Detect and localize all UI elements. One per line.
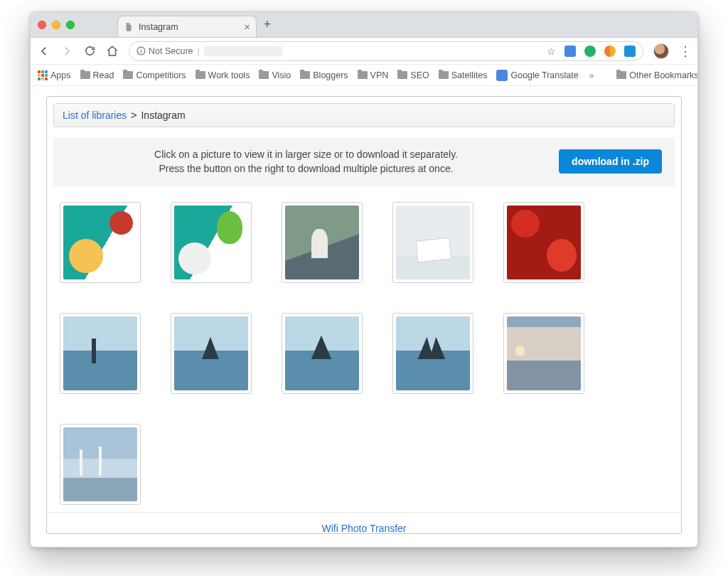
- page-icon: [124, 22, 134, 32]
- extension-icon[interactable]: [624, 46, 636, 57]
- apps-icon: [38, 70, 48, 80]
- thumbnail-image: [63, 427, 137, 501]
- bookmark-label: Bloggers: [313, 70, 348, 80]
- thumbnail-mural-portrait[interactable]: [282, 202, 363, 283]
- thumbnail-image: [507, 206, 581, 279]
- thumbnail-magazine-lap[interactable]: [392, 202, 473, 283]
- bookmark-work-tools[interactable]: Work tools: [196, 70, 250, 80]
- thumbnail-food-flatlay-1[interactable]: [60, 202, 141, 283]
- thumbnail-image: [174, 206, 248, 279]
- instruction-banner: Click on a picture to view it in larger …: [53, 137, 675, 186]
- maximize-window-button[interactable]: [66, 21, 75, 29]
- extension-translate-icon[interactable]: [564, 46, 576, 57]
- address-bar[interactable]: Not Secure | ☆: [129, 41, 643, 61]
- thumbnail-image: [396, 206, 470, 279]
- svg-rect-2: [141, 48, 141, 49]
- browser-window: Instagram × + Not Secure | ☆: [30, 11, 698, 548]
- bookmark-label: Other Bookmarks: [629, 70, 697, 80]
- bookmark-visio[interactable]: Visio: [259, 70, 291, 80]
- bookmark-bloggers[interactable]: Bloggers: [300, 70, 348, 80]
- security-status: Not Secure: [136, 46, 193, 56]
- close-tab-button[interactable]: ×: [244, 21, 250, 33]
- bookmark-seo[interactable]: SEO: [397, 70, 429, 80]
- bookmark-label: Satellites: [451, 70, 488, 80]
- browser-tab[interactable]: Instagram ×: [117, 16, 257, 37]
- instruction-line-2: Press the button on the right to downloa…: [66, 161, 546, 176]
- content-panel: List of libraries > Instagram Click on a…: [46, 96, 682, 534]
- bookmark-google-translate[interactable]: Google Translate: [496, 70, 578, 81]
- folder-icon: [300, 71, 310, 79]
- thumbnail-food-flatlay-2[interactable]: [171, 202, 252, 283]
- thumbnail-red-flowers[interactable]: [503, 202, 584, 283]
- info-icon: [136, 46, 146, 55]
- thumbnail-image: [174, 316, 248, 390]
- folder-icon: [259, 71, 269, 79]
- breadcrumb-separator: >: [131, 110, 136, 121]
- profile-avatar[interactable]: [653, 43, 669, 59]
- extension-similarweb-icon[interactable]: [604, 46, 616, 57]
- folder-icon: [123, 71, 133, 79]
- bookmark-label: Competitiors: [136, 70, 186, 80]
- extension-grammarly-icon[interactable]: [584, 46, 596, 57]
- bookmark-read[interactable]: Read: [80, 70, 114, 80]
- tab-title: Instagram: [139, 22, 239, 32]
- toolbar: Not Secure | ☆ ⋮: [31, 38, 697, 65]
- folder-icon: [439, 71, 449, 79]
- browser-menu-button[interactable]: ⋮: [679, 43, 690, 59]
- translate-icon: [496, 70, 508, 81]
- svg-rect-1: [141, 50, 141, 53]
- tab-strip: Instagram × +: [31, 12, 697, 38]
- bookmarks-bar: Apps Read Competitiors Work tools Visio …: [31, 65, 697, 86]
- thumbnail-image: [63, 206, 137, 279]
- bookmarks-overflow-button[interactable]: »: [588, 70, 596, 80]
- minimize-window-button[interactable]: [52, 21, 60, 29]
- thumbnail-image: [396, 316, 470, 390]
- bookmark-label: SEO: [410, 70, 429, 80]
- bookmark-label: Visio: [272, 70, 291, 80]
- folder-icon: [196, 71, 205, 79]
- thumbnail-paddleboard-yoga-1[interactable]: [171, 313, 252, 394]
- instruction-line-1: Click on a picture to view it in larger …: [66, 147, 546, 161]
- bookmark-satellites[interactable]: Satellites: [439, 70, 488, 80]
- bookmark-label: Work tools: [208, 70, 250, 80]
- footer: Wifi Photo Transfer: [47, 513, 681, 545]
- thumbnail-image: [285, 316, 359, 390]
- instruction-text: Click on a picture to view it in larger …: [66, 147, 546, 176]
- omnibox-icons: ☆: [547, 46, 636, 57]
- back-button[interactable]: [38, 45, 50, 58]
- thumbnail-harbor-boats[interactable]: [60, 424, 141, 505]
- bookmark-star-icon[interactable]: ☆: [547, 46, 556, 57]
- page-content: List of libraries > Instagram Click on a…: [31, 86, 697, 547]
- reload-button[interactable]: [83, 45, 96, 58]
- folder-icon: [80, 71, 90, 79]
- forward-button[interactable]: [60, 45, 73, 58]
- thumbnail-image: [285, 206, 359, 279]
- download-zip-button[interactable]: download in .zip: [559, 149, 662, 174]
- thumbnail-grid: [47, 186, 681, 513]
- bookmark-vpn[interactable]: VPN: [358, 70, 389, 80]
- folder-icon: [616, 71, 626, 79]
- bookmark-competitors[interactable]: Competitiors: [123, 70, 186, 80]
- close-window-button[interactable]: [38, 21, 46, 29]
- bookmark-label: Apps: [50, 70, 71, 80]
- bookmark-label: VPN: [370, 70, 389, 80]
- breadcrumb-current: Instagram: [141, 110, 185, 121]
- thumbnail-image: [507, 316, 581, 390]
- thumbnail-sea-sunset[interactable]: [503, 313, 584, 394]
- insecure-label: Not Secure: [149, 46, 193, 56]
- breadcrumb-root-link[interactable]: List of libraries: [63, 110, 127, 121]
- new-tab-button[interactable]: +: [257, 17, 274, 32]
- folder-icon: [358, 71, 368, 79]
- other-bookmarks[interactable]: Other Bookmarks: [616, 70, 697, 80]
- window-controls: [38, 21, 75, 29]
- bookmark-apps[interactable]: Apps: [38, 70, 71, 80]
- bookmark-label: Google Translate: [510, 70, 578, 80]
- breadcrumb: List of libraries > Instagram: [53, 103, 675, 127]
- footer-link[interactable]: Wifi Photo Transfer: [321, 523, 406, 534]
- thumbnail-paddleboard-pair[interactable]: [392, 313, 473, 394]
- url-blurred: [204, 46, 282, 56]
- thumbnail-paddleboard-yoga-2[interactable]: [282, 313, 363, 394]
- home-button[interactable]: [106, 45, 119, 58]
- thumbnail-paddleboard-standing[interactable]: [60, 313, 141, 394]
- bookmark-label: Read: [93, 70, 114, 80]
